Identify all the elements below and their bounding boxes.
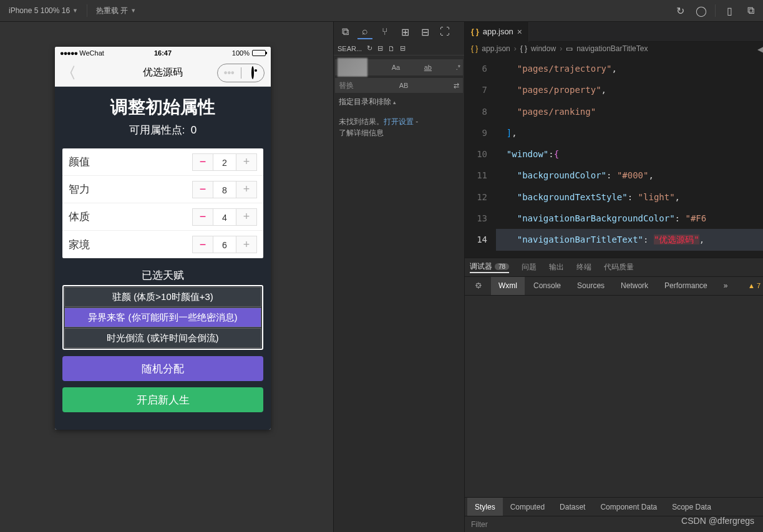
stat-value: 8: [213, 181, 236, 198]
grid-icon[interactable]: ⊞: [397, 24, 412, 39]
windows-icon[interactable]: ⧉: [741, 2, 761, 19]
warning-badge[interactable]: ▲ 7: [748, 282, 761, 289]
phone-icon[interactable]: ▯: [719, 2, 739, 19]
stat-value: 2: [213, 153, 236, 171]
phone-simulator: ●●●●● WeChat 16:47 100% 〈 优选源码 ••• 调整初始属…: [55, 47, 271, 430]
stat-label: 体质: [69, 210, 192, 224]
preserve-case-icon[interactable]: AB: [399, 82, 409, 89]
plus-button[interactable]: +: [236, 236, 257, 253]
branch-icon[interactable]: ⑂: [377, 24, 392, 39]
nav-bar: 〈 优选源码 •••: [55, 59, 271, 87]
stat-row: 智力 − 8 +: [62, 176, 263, 203]
stat-row: 体质 − 4 +: [62, 203, 263, 231]
stat-row: 颜值 − 2 +: [62, 148, 263, 176]
include-exclude[interactable]: 指定目录和排除 ▴: [334, 94, 464, 110]
random-button[interactable]: 随机分配: [62, 356, 263, 381]
simulator-pane: ●●●●● WeChat 16:47 100% 〈 优选源码 ••• 调整初始属…: [0, 22, 334, 532]
refresh-icon[interactable]: ↻: [670, 2, 690, 19]
status-bar: ●●●●● WeChat 16:47 100%: [55, 47, 271, 59]
styles-tab[interactable]: Component Data: [593, 498, 664, 516]
talent-header: 已选天赋: [62, 268, 263, 283]
thumb-image: [338, 58, 367, 77]
replace-all-icon[interactable]: ⇄: [454, 82, 459, 90]
json-file-icon: { }: [471, 27, 479, 36]
refresh-icon[interactable]: ↻: [367, 44, 372, 52]
stat-value: 6: [213, 236, 236, 253]
tab-terminal[interactable]: 终端: [576, 262, 591, 273]
stat-value: 4: [213, 208, 236, 226]
close-icon[interactable]: [241, 67, 265, 79]
start-button[interactable]: 开启新人生: [62, 387, 263, 412]
devtools-tab[interactable]: Network: [613, 277, 656, 295]
styles-tab[interactable]: Computed: [503, 498, 552, 516]
stat-box: 颜值 − 2 + 智力 − 8 + 体质 − 4 + 家境: [62, 148, 263, 258]
regex-icon[interactable]: .*: [456, 64, 460, 71]
no-results: 未找到结果。打开设置 - 了解详细信息: [334, 110, 464, 145]
minus-button[interactable]: −: [192, 153, 213, 171]
editor-pane: { } app.json × { }app.json ›{ }window ›▭…: [465, 22, 763, 532]
plus-button[interactable]: +: [236, 153, 257, 171]
devtools-tab[interactable]: Console: [526, 277, 568, 295]
tab-bar: { } app.json ×: [465, 22, 763, 42]
talent-item[interactable]: 异界来客 (你可能听到一些绝密消息): [64, 307, 261, 327]
breadcrumb[interactable]: { }app.json ›{ }window ›▭navigationBarTi…: [465, 42, 763, 56]
watermark: CSDN @dfergregs: [681, 516, 754, 526]
talent-item[interactable]: 驻颜 (体质>10时颜值+3): [64, 287, 261, 307]
devtools-tab[interactable]: Performance: [657, 277, 715, 295]
game-body: 调整初始属性 可用属性点: 0 颜值 − 2 + 智力 − 8 + 体质 −: [55, 87, 271, 430]
battery-pct: 100%: [232, 49, 250, 57]
stop-icon[interactable]: ◯: [691, 2, 711, 19]
stat-label: 颜值: [69, 155, 192, 169]
device-selector[interactable]: iPhone 5 100% 16▼: [2, 0, 84, 21]
code-editor[interactable]: 67891011121314151617181920 "pages/trajec…: [465, 56, 763, 258]
devtools-tab[interactable]: Sources: [570, 277, 612, 295]
tab-quality[interactable]: 代码质量: [604, 262, 634, 273]
tab-debugger[interactable]: 调试器78: [470, 261, 509, 273]
devtools-tabs: ⯐ WxmlConsoleSourcesNetworkPerformance »…: [465, 276, 763, 295]
game-title: 调整初始属性: [62, 95, 263, 119]
tab-problems[interactable]: 问题: [522, 262, 537, 273]
word-icon[interactable]: ab: [424, 64, 432, 71]
robot-icon[interactable]: ⛶: [437, 24, 452, 39]
top-toolbar: iPhone 5 100% 16▼ 热重载 开▼ ↻ ◯ ▯ ⧉: [0, 0, 763, 22]
copy-icon[interactable]: ⧉: [338, 24, 352, 39]
collapse-icon[interactable]: ⊟: [400, 44, 406, 52]
styles-tab[interactable]: Dataset: [552, 498, 593, 516]
search-input[interactable]: Aa ab .*: [335, 59, 463, 75]
case-icon[interactable]: Aa: [392, 64, 400, 71]
output-tabs: 调试器78 问题 输出 终端 代码质量: [465, 258, 763, 276]
layout-icon[interactable]: ⊟: [417, 24, 432, 39]
minus-button[interactable]: −: [192, 181, 213, 198]
open-settings-link[interactable]: 打开设置: [384, 117, 414, 126]
stat-label: 家境: [69, 238, 192, 252]
back-icon[interactable]: 〈: [61, 63, 76, 83]
styles-tab[interactable]: Styles: [467, 498, 503, 516]
replace-input[interactable]: 替换 AB ⇄: [335, 78, 463, 93]
talent-item[interactable]: 时光倒流 (或许时间会倒流): [64, 328, 261, 348]
inspect-icon[interactable]: ⯐: [467, 277, 490, 295]
capsule-menu[interactable]: •••: [217, 64, 265, 82]
battery-icon: [252, 50, 266, 56]
tab-close-icon[interactable]: ×: [517, 27, 522, 37]
editor-tab[interactable]: { } app.json ×: [465, 22, 529, 42]
new-file-icon[interactable]: 🗋: [388, 45, 395, 52]
devtools-tab[interactable]: Wxml: [491, 277, 525, 295]
plus-button[interactable]: +: [236, 208, 257, 226]
tab-filename: app.json: [483, 27, 513, 36]
talent-box: 驻颜 (体质>10时颜值+3)异界来客 (你可能听到一些绝密消息)时光倒流 (或…: [62, 285, 263, 350]
search-icon[interactable]: ⌕: [357, 24, 372, 39]
hotreload-toggle[interactable]: 热重载 开▼: [90, 0, 142, 21]
stat-row: 家境 − 6 +: [62, 231, 263, 258]
search-panel: ⧉ ⌕ ⑂ ⊞ ⊟ ⛶ SEAR... ↻ ⊟ 🗋 ⊟ Aa ab .* 替换 …: [334, 22, 465, 532]
more-icon[interactable]: »: [716, 277, 736, 295]
minus-button[interactable]: −: [192, 208, 213, 226]
clear-icon[interactable]: ⊟: [377, 44, 383, 52]
menu-icon[interactable]: •••: [218, 67, 241, 79]
minus-button[interactable]: −: [192, 236, 213, 253]
plus-button[interactable]: +: [236, 181, 257, 198]
stat-label: 智力: [69, 182, 192, 196]
styles-tab[interactable]: Scope Data: [664, 498, 719, 516]
tab-output[interactable]: 输出: [549, 262, 564, 273]
time-label: 16:47: [154, 49, 172, 57]
collapse-panel-icon[interactable]: ◀: [757, 45, 763, 54]
